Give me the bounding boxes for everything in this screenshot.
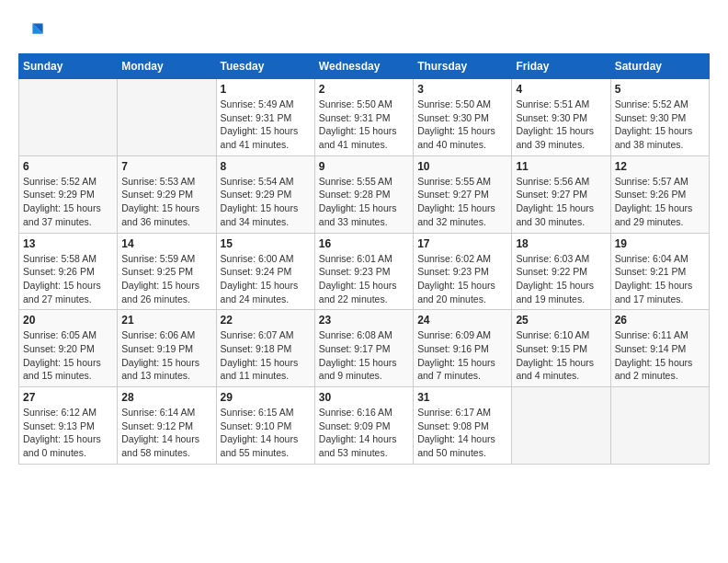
calendar-day-cell: 11Sunrise: 5:56 AM Sunset: 9:27 PM Dayli… (512, 155, 610, 233)
calendar-day-cell: 1Sunrise: 5:49 AM Sunset: 9:31 PM Daylig… (216, 79, 314, 156)
day-sun-info: Sunrise: 6:04 AM Sunset: 9:21 PM Dayligh… (615, 252, 705, 306)
calendar-day-cell: 3Sunrise: 5:50 AM Sunset: 9:30 PM Daylig… (414, 79, 512, 156)
day-number: 21 (121, 314, 211, 327)
day-number: 5 (615, 83, 705, 96)
day-of-week-header: Monday (118, 54, 216, 79)
day-sun-info: Sunrise: 6:05 AM Sunset: 9:20 PM Dayligh… (23, 328, 113, 383)
calendar-day-cell: 2Sunrise: 5:50 AM Sunset: 9:31 PM Daylig… (314, 79, 413, 156)
day-sun-info: Sunrise: 6:15 AM Sunset: 9:10 PM Dayligh… (221, 406, 311, 460)
day-number: 13 (23, 237, 113, 250)
day-sun-info: Sunrise: 6:02 AM Sunset: 9:23 PM Dayligh… (417, 252, 507, 306)
day-number: 28 (121, 391, 211, 404)
day-sun-info: Sunrise: 5:52 AM Sunset: 9:29 PM Dayligh… (23, 175, 113, 229)
day-number: 12 (615, 160, 705, 173)
day-number: 17 (417, 237, 507, 250)
calendar-day-cell: 27Sunrise: 6:12 AM Sunset: 9:13 PM Dayli… (19, 387, 118, 465)
day-sun-info: Sunrise: 6:01 AM Sunset: 9:23 PM Dayligh… (319, 252, 409, 306)
day-number: 15 (221, 237, 311, 250)
day-number: 3 (417, 83, 507, 96)
calendar-day-cell: 13Sunrise: 5:58 AM Sunset: 9:26 PM Dayli… (19, 233, 118, 310)
day-sun-info: Sunrise: 5:55 AM Sunset: 9:27 PM Dayligh… (417, 175, 507, 229)
calendar-day-cell: 24Sunrise: 6:09 AM Sunset: 9:16 PM Dayli… (414, 310, 512, 387)
day-number: 7 (121, 160, 211, 173)
calendar-day-cell: 23Sunrise: 6:08 AM Sunset: 9:17 PM Dayli… (314, 310, 413, 387)
calendar-day-cell: 31Sunrise: 6:17 AM Sunset: 9:08 PM Dayli… (414, 387, 512, 465)
day-sun-info: Sunrise: 5:55 AM Sunset: 9:28 PM Dayligh… (319, 175, 409, 229)
day-sun-info: Sunrise: 6:14 AM Sunset: 9:12 PM Dayligh… (121, 406, 211, 460)
calendar-week-row: 27Sunrise: 6:12 AM Sunset: 9:13 PM Dayli… (19, 387, 710, 465)
calendar-day-cell: 25Sunrise: 6:10 AM Sunset: 9:15 PM Dayli… (512, 310, 610, 387)
calendar-day-cell: 20Sunrise: 6:05 AM Sunset: 9:20 PM Dayli… (19, 310, 118, 387)
day-number: 22 (221, 314, 311, 327)
calendar-day-cell: 19Sunrise: 6:04 AM Sunset: 9:21 PM Dayli… (610, 233, 709, 310)
day-number: 23 (319, 314, 409, 327)
day-of-week-header: Thursday (414, 54, 512, 79)
calendar-day-cell: 12Sunrise: 5:57 AM Sunset: 9:26 PM Dayli… (610, 155, 709, 233)
calendar-day-cell (610, 387, 709, 465)
logo-icon (18, 18, 44, 44)
day-sun-info: Sunrise: 6:16 AM Sunset: 9:09 PM Dayligh… (319, 406, 409, 460)
day-number: 24 (417, 314, 507, 327)
day-number: 25 (516, 314, 606, 327)
day-of-week-header: Wednesday (314, 54, 413, 79)
calendar-day-cell: 4Sunrise: 5:51 AM Sunset: 9:30 PM Daylig… (512, 79, 610, 156)
calendar-week-row: 6Sunrise: 5:52 AM Sunset: 9:29 PM Daylig… (19, 155, 710, 233)
calendar-day-cell: 9Sunrise: 5:55 AM Sunset: 9:28 PM Daylig… (314, 155, 413, 233)
calendar-day-cell: 30Sunrise: 6:16 AM Sunset: 9:09 PM Dayli… (314, 387, 413, 465)
day-number: 10 (417, 160, 507, 173)
calendar-week-row: 1Sunrise: 5:49 AM Sunset: 9:31 PM Daylig… (19, 79, 710, 156)
day-number: 16 (319, 237, 409, 250)
calendar-day-cell: 26Sunrise: 6:11 AM Sunset: 9:14 PM Dayli… (610, 310, 709, 387)
calendar-day-cell: 10Sunrise: 5:55 AM Sunset: 9:27 PM Dayli… (414, 155, 512, 233)
calendar-day-cell: 22Sunrise: 6:07 AM Sunset: 9:18 PM Dayli… (216, 310, 314, 387)
day-sun-info: Sunrise: 5:53 AM Sunset: 9:29 PM Dayligh… (121, 175, 211, 229)
calendar-day-cell (118, 79, 216, 156)
day-number: 27 (23, 391, 113, 404)
day-of-week-header: Saturday (610, 54, 709, 79)
calendar-day-cell (19, 79, 118, 156)
day-number: 9 (319, 160, 409, 173)
day-number: 26 (615, 314, 705, 327)
day-number: 31 (417, 391, 507, 404)
day-sun-info: Sunrise: 6:07 AM Sunset: 9:18 PM Dayligh… (221, 328, 311, 383)
day-sun-info: Sunrise: 5:52 AM Sunset: 9:30 PM Dayligh… (615, 98, 705, 152)
day-sun-info: Sunrise: 6:12 AM Sunset: 9:13 PM Dayligh… (23, 406, 113, 460)
day-number: 4 (516, 83, 606, 96)
day-sun-info: Sunrise: 6:06 AM Sunset: 9:19 PM Dayligh… (121, 328, 211, 383)
day-sun-info: Sunrise: 6:08 AM Sunset: 9:17 PM Dayligh… (319, 328, 409, 383)
day-number: 2 (319, 83, 409, 96)
calendar-day-cell: 15Sunrise: 6:00 AM Sunset: 9:24 PM Dayli… (216, 233, 314, 310)
day-sun-info: Sunrise: 5:50 AM Sunset: 9:30 PM Dayligh… (417, 98, 507, 152)
day-sun-info: Sunrise: 6:03 AM Sunset: 9:22 PM Dayligh… (516, 252, 606, 306)
day-sun-info: Sunrise: 5:58 AM Sunset: 9:26 PM Dayligh… (23, 252, 113, 306)
calendar-day-cell: 28Sunrise: 6:14 AM Sunset: 9:12 PM Dayli… (118, 387, 216, 465)
page-header (18, 18, 710, 44)
calendar-week-row: 20Sunrise: 6:05 AM Sunset: 9:20 PM Dayli… (19, 310, 710, 387)
day-number: 8 (221, 160, 311, 173)
calendar-table: SundayMondayTuesdayWednesdayThursdayFrid… (18, 53, 710, 465)
calendar-week-row: 13Sunrise: 5:58 AM Sunset: 9:26 PM Dayli… (19, 233, 710, 310)
day-sun-info: Sunrise: 5:49 AM Sunset: 9:31 PM Dayligh… (221, 98, 311, 152)
day-number: 20 (23, 314, 113, 327)
day-sun-info: Sunrise: 5:57 AM Sunset: 9:26 PM Dayligh… (615, 175, 705, 229)
day-of-week-header: Tuesday (216, 54, 314, 79)
day-number: 6 (23, 160, 113, 173)
day-number: 19 (615, 237, 705, 250)
day-sun-info: Sunrise: 6:00 AM Sunset: 9:24 PM Dayligh… (221, 252, 311, 306)
day-sun-info: Sunrise: 5:51 AM Sunset: 9:30 PM Dayligh… (516, 98, 606, 152)
day-number: 29 (221, 391, 311, 404)
calendar-header-row: SundayMondayTuesdayWednesdayThursdayFrid… (19, 54, 710, 79)
day-sun-info: Sunrise: 5:56 AM Sunset: 9:27 PM Dayligh… (516, 175, 606, 229)
day-of-week-header: Sunday (19, 54, 118, 79)
calendar-day-cell: 8Sunrise: 5:54 AM Sunset: 9:29 PM Daylig… (216, 155, 314, 233)
calendar-day-cell: 14Sunrise: 5:59 AM Sunset: 9:25 PM Dayli… (118, 233, 216, 310)
calendar-day-cell (512, 387, 610, 465)
day-sun-info: Sunrise: 6:17 AM Sunset: 9:08 PM Dayligh… (417, 406, 507, 460)
day-number: 18 (516, 237, 606, 250)
day-number: 11 (516, 160, 606, 173)
calendar-day-cell: 16Sunrise: 6:01 AM Sunset: 9:23 PM Dayli… (314, 233, 413, 310)
day-of-week-header: Friday (512, 54, 610, 79)
day-number: 30 (319, 391, 409, 404)
logo (18, 18, 48, 44)
calendar-day-cell: 17Sunrise: 6:02 AM Sunset: 9:23 PM Dayli… (414, 233, 512, 310)
